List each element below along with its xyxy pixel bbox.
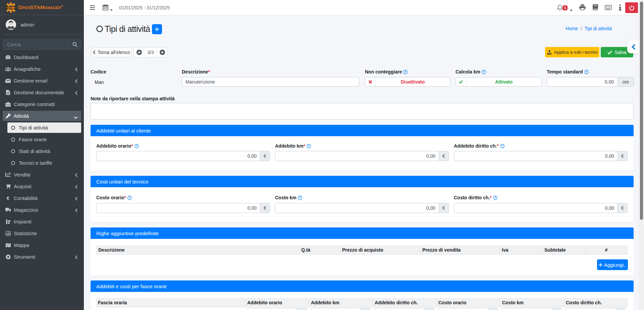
svg-text:?: ? <box>501 144 503 148</box>
svg-text:?: ? <box>586 70 587 73</box>
svg-text:?: ? <box>483 70 485 73</box>
svg-text:?: ? <box>128 196 130 199</box>
svg-text:?: ? <box>405 70 406 73</box>
svg-text:?: ? <box>308 144 310 148</box>
svg-text:OSM: OSM <box>7 6 14 9</box>
svg-text:?: ? <box>136 144 137 148</box>
svg-text:?: ? <box>299 196 301 199</box>
svg-text:?: ? <box>494 196 496 199</box>
